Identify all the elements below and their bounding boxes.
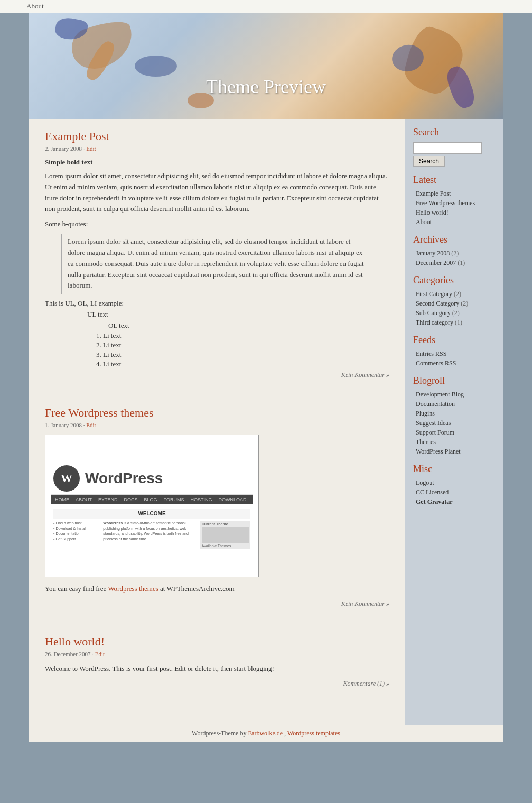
page-wrapper: Example Post 2. January 2008 · Edit Simp… [29,119,503,725]
li-item-4: Li text [103,360,389,368]
post-example: Example Post 2. January 2008 · Edit Simp… [45,130,389,390]
blogroll-link-6[interactable]: WordPress Planet [413,448,495,456]
li-item-2: Li text [103,341,389,349]
post-meta-hello: 26. December 2007 · Edit [45,651,389,657]
misc-section-title: Misc [413,464,495,475]
post-comment-link-wp: Kein Kommentar » [45,600,389,608]
category-link-2[interactable]: Sub Category (2) [413,309,495,317]
li-item-3: Li text [103,350,389,359]
post-edit-hello[interactable]: Edit [95,651,105,657]
category-link-1[interactable]: Second Category (2) [413,300,495,308]
post-meta-wp: 1. January 2008 · Edit [45,422,389,428]
archives-link-0[interactable]: January 2008 (2) [413,250,495,257]
misc-link-2[interactable]: Get Gravatar [413,498,495,506]
categories-section-title: Categories [413,275,495,286]
feeds-link-0[interactable]: Entries RSS [413,350,495,358]
feeds-link-1[interactable]: Comments RSS [413,359,495,367]
post-body-hello: Welcome to WordPress. This is your first… [45,663,389,675]
blogroll-link-5[interactable]: Themes [413,438,495,446]
search-box: Search [413,142,495,167]
wordpress-screenshot: W WordPress HOMEABOUTEXTENDDOCSBLOGFORUM… [45,435,259,577]
ul-ol-label: This is UL, OL, LI example: [45,299,389,308]
footer-separator: , [283,730,287,737]
blogroll-link-4[interactable]: Support Forum [413,429,495,437]
footer-link1[interactable]: Farbwolke.de [248,730,283,737]
feeds-section-title: Feeds [413,335,495,346]
misc-link-0[interactable]: Logout [413,479,495,487]
misc-link-1[interactable]: CC Licensed [413,488,495,496]
site-footer: Wordpress-Theme by Farbwolke.de , Wordpr… [29,725,503,742]
latest-link-1[interactable]: Free Wordpress themes [413,199,495,207]
post-bold-text: Simple bold text [45,158,389,167]
categories-links: First Category (2) Second Category (2) S… [413,290,495,327]
post-comment-link-example: Kein Kommentar » [45,371,389,379]
post-title-wp[interactable]: Free Wordpress themes [45,406,389,420]
bquotes-label: Some b-quotes: [45,220,389,228]
post-body-example: Lorem ipsum dolor sit amet, consectetur … [45,171,389,215]
post-date-example: 2. January 2008 [45,145,82,152]
misc-links: Logout CC Licensed Get Gravatar [413,479,495,506]
wp-themes-link[interactable]: Wordpress themes [108,585,158,593]
latest-link-3[interactable]: About [413,218,495,226]
post-hello: Hello world! 26. December 2007 · Edit We… [45,635,389,698]
post-comment-link-hello: Kommentare (1) » [45,680,389,688]
blogroll-section-title: Blogroll [413,375,495,386]
archives-links: January 2008 (2) December 2007 (1) [413,250,495,267]
li-item-1: Li text [103,331,389,340]
footer-link2[interactable]: Wordpress templates [287,730,340,737]
archives-section-title: Archives [413,234,495,245]
comment-link-wp[interactable]: Kein Kommentar » [341,600,389,607]
search-section-title: Search [413,127,495,138]
archives-link-1[interactable]: December 2007 (1) [413,259,495,267]
post-body-wp: You can easy find free Wordpress themes … [45,584,389,595]
latest-links: Example Post Free Wordpress themes Hello… [413,190,495,226]
ul-list: UL text [87,310,389,319]
ol-label: OL text [108,321,389,330]
site-title: Theme Preview [206,76,326,98]
ul-item: UL text [87,310,389,319]
latest-section-title: Latest [413,174,495,186]
post-meta-example: 2. January 2008 · Edit [45,145,389,152]
blogroll-links: Development Blog Documentation Plugins S… [413,391,495,456]
ol-list: Li text Li text Li text Li text [103,331,389,368]
blogroll-link-2[interactable]: Plugins [413,410,495,418]
post-date-wp: 1. January 2008 [45,422,82,428]
category-link-3[interactable]: Third category (1) [413,319,495,327]
post-blockquote: Lorem ipsum dolor sit amet, consectetur … [61,234,374,294]
about-nav-link[interactable]: About [26,2,44,10]
main-content: Example Post 2. January 2008 · Edit Simp… [29,119,405,725]
post-edit-example[interactable]: Edit [86,145,96,152]
comment-link-example[interactable]: Kein Kommentar » [341,371,389,379]
blogroll-link-0[interactable]: Development Blog [413,391,495,399]
latest-link-0[interactable]: Example Post [413,190,495,198]
comment-link-hello[interactable]: Kommentare (1) » [343,680,389,687]
post-wp-themes: Free Wordpress themes 1. January 2008 · … [45,406,389,619]
top-nav: About [0,0,532,13]
site-header: Theme Preview [29,13,503,119]
category-link-0[interactable]: First Category (2) [413,290,495,298]
blogroll-link-1[interactable]: Documentation [413,400,495,408]
post-date-hello: 26. December 2007 [45,651,90,657]
search-input[interactable] [413,142,482,154]
latest-link-2[interactable]: Hello world! [413,209,495,217]
post-edit-wp[interactable]: Edit [86,422,96,428]
post-title-example[interactable]: Example Post [45,130,389,143]
blogroll-link-3[interactable]: Suggest Ideas [413,419,495,427]
search-button[interactable]: Search [413,156,445,167]
post-title-hello[interactable]: Hello world! [45,635,389,649]
feeds-links: Entries RSS Comments RSS [413,350,495,367]
footer-text1: Wordpress-Theme by [192,730,248,737]
sidebar: Search Search Latest Example Post Free W… [405,119,503,725]
